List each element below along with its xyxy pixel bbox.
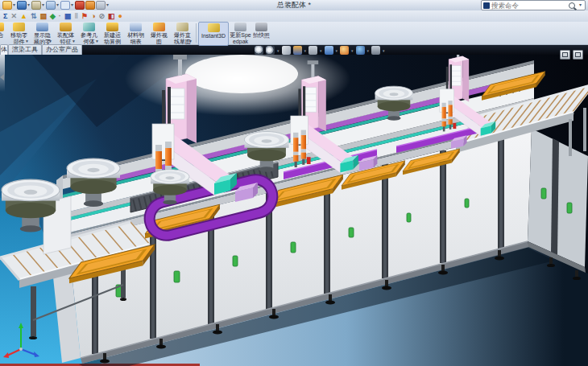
rebuild-icon[interactable] <box>75 1 85 10</box>
ribbon-button-update-speedpak[interactable]: 更新Speedpak <box>229 22 252 44</box>
appearance-icon[interactable] <box>85 1 95 10</box>
ribbon-separator <box>196 23 197 43</box>
render-sphere-icon[interactable]: ● <box>118 11 122 22</box>
ribbon-button-explode-line-sketch[interactable]: 爆炸直线草图▼ <box>171 22 194 44</box>
cabinet-post <box>498 136 504 249</box>
component-preview-icon[interactable]: ▤ <box>39 11 47 22</box>
tab-render-tools[interactable]: 渲染工具 <box>8 44 42 55</box>
undo-icon[interactable] <box>46 1 56 10</box>
view-settings-icon[interactable] <box>371 46 380 55</box>
reference-geometry-icon <box>83 23 95 31</box>
tab-assembly[interactable]: 装配体 <box>0 44 8 55</box>
zoom-to-fit-icon[interactable] <box>255 46 263 55</box>
update-speedpak-icon <box>234 23 246 31</box>
graphics-area[interactable] <box>0 55 588 366</box>
select-icon[interactable] <box>60 1 70 10</box>
title-bar: ▾ ▾ ▾ ▾ ▾ ▾ 总装配体 * ▾ <box>0 0 588 11</box>
external-reference-icon[interactable]: ◆ <box>50 11 56 22</box>
tab-office-products[interactable]: 办公室产品 <box>42 44 82 55</box>
hide-show-items-icon[interactable] <box>325 46 333 55</box>
3d-scene[interactable] <box>0 55 588 366</box>
ribbon-button-mate[interactable]: 配合 <box>0 22 7 44</box>
options-dropdown[interactable]: ▾ <box>106 2 109 9</box>
command-manager-tabs: 装配体 渲染工具 办公室产品 <box>0 44 82 55</box>
solidworks-window: { "window": { "title": "总装配体 *" }, "sear… <box>0 0 588 366</box>
ribbon-button-show-hidden[interactable]: 显示隐藏的零部件▼ <box>31 22 54 44</box>
restore-document-button[interactable] <box>560 50 570 60</box>
close-document-button[interactable] <box>573 50 583 60</box>
search-input[interactable] <box>491 2 567 10</box>
ribbon-button-reference-geometry[interactable]: 参考几何体▼ <box>77 22 101 44</box>
mate-icon <box>0 23 4 31</box>
exploded-view-icon <box>153 23 165 31</box>
select-dropdown[interactable]: ▾ <box>71 2 73 9</box>
rotate-component-icon[interactable]: ⇅ <box>31 11 37 22</box>
options-icon[interactable] <box>96 1 106 10</box>
show-hidden-icon <box>36 23 48 31</box>
no-section-icon[interactable]: ⊘ <box>98 11 105 22</box>
toolbar-separator: ‖ <box>74 11 77 22</box>
more-dot-icon: · <box>59 11 61 22</box>
apply-scene-icon[interactable] <box>356 46 365 55</box>
edit-appearance-icon[interactable] <box>340 46 349 55</box>
assembly-features-icon <box>60 23 72 31</box>
section-view-icon[interactable] <box>282 46 291 55</box>
document-title: 总装配体 * <box>277 0 311 10</box>
ribbon-button-instant3d[interactable]: Instant3D <box>198 22 229 46</box>
heads-up-toolbar: ▾ ▾ ▾ ▾ ▾ ▾ ▾ <box>255 46 385 55</box>
zoom-to-area-icon[interactable] <box>266 46 275 55</box>
cabinet-post <box>324 179 330 294</box>
save-dropdown[interactable]: ▾ <box>27 2 30 9</box>
undo-dropdown[interactable]: ▾ <box>56 2 59 9</box>
photoview-icon[interactable]: ⚑ <box>81 11 88 22</box>
save-icon[interactable] <box>17 1 27 10</box>
command-manager: 配合 移动零部件▼ 显示隐藏的零部件▼ 装配体特征▼ 参考几何体▼ 新建运动算例… <box>0 22 588 45</box>
ribbon-button-bom[interactable]: 材料明细表 <box>124 22 147 44</box>
ribbon-button-assembly-features[interactable]: 装配体特征▼ <box>54 22 77 44</box>
ribbon-button-exploded-view[interactable]: 爆炸视图 <box>147 22 171 44</box>
window-layout-icon[interactable]: ▦ <box>64 11 72 22</box>
move-component-icon <box>13 23 25 31</box>
magnifier-icon[interactable] <box>569 2 575 9</box>
print-icon[interactable] <box>31 1 41 10</box>
compare-docs-icon[interactable]: ◧ <box>108 11 115 22</box>
ribbon-button-take-snapshot[interactable]: 拍快照 <box>252 22 271 44</box>
bom-icon <box>130 23 142 31</box>
motion-study-icon[interactable]: ◑ <box>91 11 95 22</box>
instant3d-icon <box>208 23 220 32</box>
open-icon[interactable] <box>2 1 12 10</box>
explode-line-sketch-icon <box>176 23 188 31</box>
document-window-controls <box>560 50 583 60</box>
view-orientation-icon[interactable] <box>293 46 302 55</box>
feature-tree-collapse-arrow[interactable] <box>0 74 4 80</box>
assembly-warning-icon[interactable]: ▲ <box>20 11 27 22</box>
panel-edge-fade <box>0 55 5 92</box>
assembly-toolbar: Σ ✕ ▲ ⇅ ▤ ◆ · ▦ ‖ ⚑ ◑ ⊘ ◧ ● <box>0 10 588 23</box>
display-style-icon[interactable] <box>308 46 317 55</box>
print-dropdown[interactable]: ▾ <box>42 2 44 9</box>
ribbon-button-move-component[interactable]: 移动零部件▼ <box>7 22 31 44</box>
command-search[interactable]: ▾ <box>481 0 586 10</box>
new-motion-study-icon <box>106 23 118 31</box>
cabinet-post <box>440 150 446 263</box>
interference-check-icon[interactable]: ✕ <box>10 11 17 22</box>
take-snapshot-icon <box>255 23 267 31</box>
equations-icon[interactable]: Σ <box>3 11 7 22</box>
open-dropdown[interactable]: ▾ <box>13 2 15 9</box>
cabinet-post <box>382 164 388 278</box>
search-dropdown[interactable]: ▾ <box>579 2 582 9</box>
sw-search-icon <box>483 2 490 9</box>
ribbon-button-new-motion-study[interactable]: 新建运动算例 <box>101 22 124 44</box>
